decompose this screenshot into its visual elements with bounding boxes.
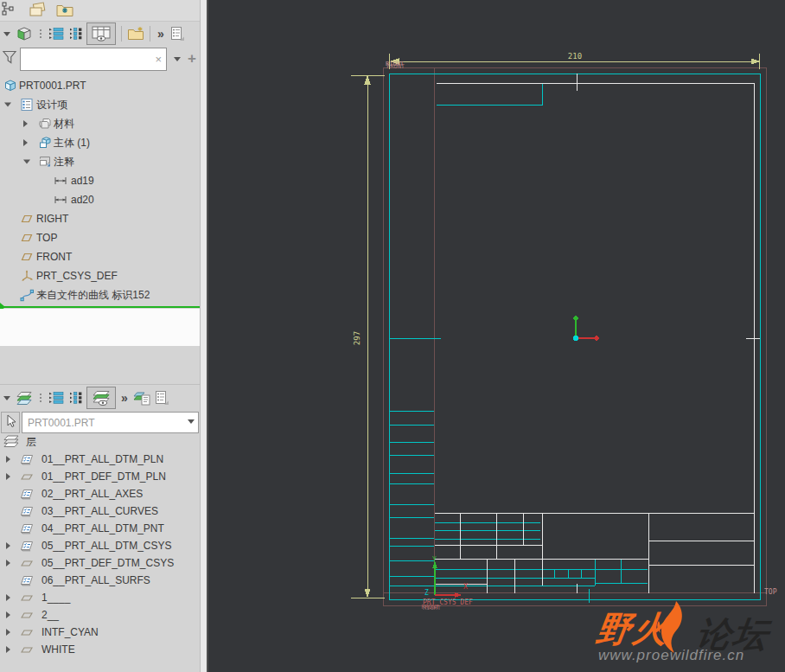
navigator-panel: » × + PRT0001.PRT设计项材料主体 (1)注释ad19ad20RI… — [0, 0, 200, 672]
doc-settings-button[interactable] — [154, 390, 169, 406]
model-tree-item[interactable]: PRT_CSYS_DEF — [0, 266, 200, 285]
layers-eye-button[interactable] — [86, 387, 116, 409]
layers-doc-button[interactable] — [133, 390, 150, 406]
model-tree-item[interactable]: 来自文件的曲线 标识152 — [0, 285, 200, 304]
doc-settings-button[interactable] — [169, 26, 185, 42]
model-tree-tab-icon[interactable] — [28, 2, 47, 19]
active-model-combobox[interactable]: PRT0001.PRT — [22, 412, 199, 433]
dots-vertical-button[interactable] — [36, 394, 45, 402]
model-tree-item[interactable]: 主体 (1) — [0, 133, 200, 152]
filter-input-box[interactable]: × — [20, 48, 167, 71]
model-tree-item[interactable]: FRONT — [0, 247, 200, 266]
layers-icon — [3, 434, 19, 451]
layer-tree-item[interactable]: 04__PRT_ALL_DTM_PNT — [0, 520, 200, 537]
model-tree-item-label: 材料 — [54, 117, 74, 131]
model-tree-item[interactable]: ad19 — [0, 171, 200, 190]
graphics-area[interactable]: 210 297 RIGHT FRONT TOP Y X Z PRT_CSYS_D… — [208, 0, 785, 672]
dimension-width[interactable]: 210 — [389, 52, 759, 69]
collapse-arrow-icon[interactable] — [4, 103, 11, 107]
material-icon — [38, 117, 52, 131]
expand-arrow-icon[interactable] — [6, 456, 10, 463]
layers-green-button[interactable] — [16, 390, 33, 406]
model-tree-item[interactable]: ad20 — [0, 190, 200, 209]
datum-tags[interactable]: RIGHT FRONT TOP — [386, 61, 777, 596]
layer-checked-icon — [20, 539, 34, 553]
model-tree-item-label: FRONT — [36, 251, 72, 263]
layer-tree-item[interactable]: 03__PRT_ALL_CURVES — [0, 502, 200, 520]
model-tree-item[interactable]: PRT0001.PRT — [0, 76, 200, 95]
collapse-arrow-icon[interactable] — [23, 160, 30, 164]
list-collapse-button[interactable] — [69, 391, 83, 405]
list-expand-button[interactable] — [48, 391, 66, 405]
layer-tree-item[interactable]: 05__PRT_DEF_DTM_CSYS — [0, 554, 200, 572]
list-collapse-button[interactable] — [69, 27, 83, 41]
overflow-chevrons-icon[interactable]: » — [157, 27, 164, 41]
title-block-lines[interactable] — [435, 74, 760, 593]
clear-filter-icon[interactable]: × — [155, 54, 162, 65]
layer-header-label: 层 — [26, 435, 36, 450]
annotation-icon — [38, 155, 52, 169]
drawing-canvas[interactable]: 210 297 RIGHT FRONT TOP Y X Z PRT_CSYS_D… — [208, 0, 785, 672]
toolbar-separator — [121, 26, 122, 42]
folder-new-button[interactable] — [127, 26, 144, 42]
folder-browser-tab-icon[interactable] — [55, 3, 74, 18]
model-tree-item-label: 主体 (1) — [54, 136, 90, 150]
layer-tree-item-label: 05__PRT_DEF_DTM_CSYS — [41, 557, 174, 569]
filter-dropdown-icon[interactable] — [174, 57, 181, 65]
layer-plain-icon — [20, 608, 34, 622]
layer-tree-item[interactable]: 01__PRT_ALL_DTM_PLN — [0, 451, 200, 468]
filter-funnel-icon[interactable] — [2, 49, 17, 68]
view-columns-eye-button[interactable] — [86, 22, 116, 45]
filter-input[interactable] — [24, 52, 149, 66]
model-tree-item-label: 来自文件的曲线 标识152 — [36, 288, 150, 303]
model-tree-item-label: 注释 — [54, 155, 74, 170]
axis-x-label: X — [463, 583, 468, 591]
layer-tree-item[interactable]: INTF_CYAN — [0, 624, 200, 641]
layer-tree-item[interactable]: 06__PRT_ALL_SURFS — [0, 572, 200, 589]
layer-tree-item[interactable]: WHITE — [0, 641, 200, 658]
dots-vertical-button[interactable] — [36, 29, 45, 38]
expand-arrow-icon[interactable] — [23, 139, 28, 146]
collapse-caret-button[interactable] — [2, 28, 12, 40]
part-cube-icon — [3, 79, 17, 93]
add-filter-button[interactable]: + — [188, 50, 196, 67]
layer-tree-item[interactable]: 05__PRT_ALL_DTM_CSYS — [0, 537, 200, 554]
model-tree-item-label: TOP — [36, 232, 57, 244]
model-csys-marker[interactable] — [573, 316, 599, 341]
expand-arrow-icon[interactable] — [6, 542, 10, 549]
dimension-height[interactable]: 297 — [351, 75, 385, 598]
select-pointer-icon[interactable] — [1, 412, 20, 433]
layer-plain-icon — [20, 643, 34, 656]
layer-tree-item[interactable]: 01__PRT_DEF_DTM_PLN — [0, 468, 200, 485]
plane-icon — [20, 250, 34, 264]
model-tree-item[interactable]: 注释 — [0, 152, 200, 171]
layer-tree-item[interactable]: 1____ — [0, 589, 200, 606]
datum-tag-bottom-right: TOP — [764, 588, 777, 596]
model-tree-item[interactable]: TOP — [0, 228, 200, 247]
model-tree-item[interactable]: 设计项 — [0, 95, 200, 114]
active-model-value: PRT0001.PRT — [28, 417, 95, 429]
model-tree-item[interactable]: 材料 — [0, 114, 200, 133]
collapse-caret-button[interactable] — [2, 392, 12, 404]
expand-arrow-icon[interactable] — [6, 560, 10, 566]
model-tree-item[interactable]: RIGHT — [0, 209, 200, 228]
expand-arrow-icon[interactable] — [6, 473, 10, 480]
model-cube-green-button[interactable] — [16, 25, 33, 42]
overflow-chevrons-icon[interactable]: » — [121, 391, 128, 405]
expand-arrow-icon[interactable] — [6, 611, 10, 618]
list-expand-button[interactable] — [48, 27, 66, 41]
expand-arrow-icon[interactable] — [6, 629, 10, 636]
layer-tree-item[interactable]: 02__PRT_ALL_AXES — [0, 485, 200, 502]
combobox-dropdown-icon[interactable] — [188, 419, 195, 427]
layer-tree-item-label: 01__PRT_DEF_DTM_PLN — [41, 470, 166, 483]
expand-arrow-icon[interactable] — [6, 594, 10, 601]
expand-arrow-icon[interactable] — [6, 646, 10, 653]
tree-glyph-icon[interactable] — [2, 2, 14, 19]
layer-checked-icon — [20, 522, 34, 535]
watermark-url: www.proewildfire.cn — [598, 647, 744, 664]
layer-tree-item-label: 01__PRT_ALL_DTM_PLN — [41, 453, 163, 465]
watermark: 野火 论坛 www.proewildfire.cn — [597, 604, 785, 671]
layer-tree-item[interactable]: 2__ — [0, 606, 200, 624]
layer-search-row: PRT0001.PRT — [0, 412, 200, 433]
expand-arrow-icon[interactable] — [23, 120, 28, 127]
